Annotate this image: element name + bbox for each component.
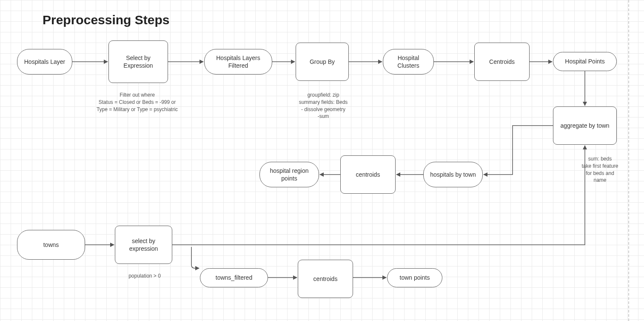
note-filter: Filter out where Status = Closed or Beds… xyxy=(85,92,189,113)
node-town-points[interactable]: town points xyxy=(387,268,442,287)
node-centroids-1[interactable]: Centroids xyxy=(474,43,530,81)
node-towns-filtered[interactable]: towns_filtered xyxy=(200,268,268,287)
node-hospital-region-points[interactable]: hospital region points xyxy=(259,162,319,187)
node-select-by-expression-2[interactable]: select by expression xyxy=(115,226,172,264)
node-hospitals-layer[interactable]: Hospitals Layer xyxy=(17,49,72,75)
node-hospitals-layers-filtered[interactable]: Hospitals Layers Filtered xyxy=(204,49,272,75)
node-group-by[interactable]: Group By xyxy=(296,43,349,81)
node-select-by-expression-1[interactable]: Select by Expression xyxy=(108,40,168,83)
node-centroids-3[interactable]: centroids xyxy=(298,260,353,298)
node-centroids-2[interactable]: centroids xyxy=(340,155,396,194)
note-aggregate: sum: beds take first feature for beds an… xyxy=(573,155,627,184)
node-hospital-clusters[interactable]: Hospital Clusters xyxy=(383,49,434,75)
page-divider xyxy=(628,0,629,321)
node-aggregate-by-town[interactable]: aggregate by town xyxy=(553,106,617,145)
node-hospital-points[interactable]: Hospital Points xyxy=(553,52,617,71)
node-hospitals-by-town[interactable]: hospitals by town xyxy=(423,162,483,187)
note-population: population > 0 xyxy=(119,272,170,280)
node-towns[interactable]: towns xyxy=(17,230,85,260)
diagram-canvas: Preprocessing Steps Hospitals Layer Sele… xyxy=(0,0,644,321)
diagram-title: Preprocessing Steps xyxy=(43,13,169,27)
note-groupby: groupfield: zip summary fields: Beds - d… xyxy=(294,92,353,120)
